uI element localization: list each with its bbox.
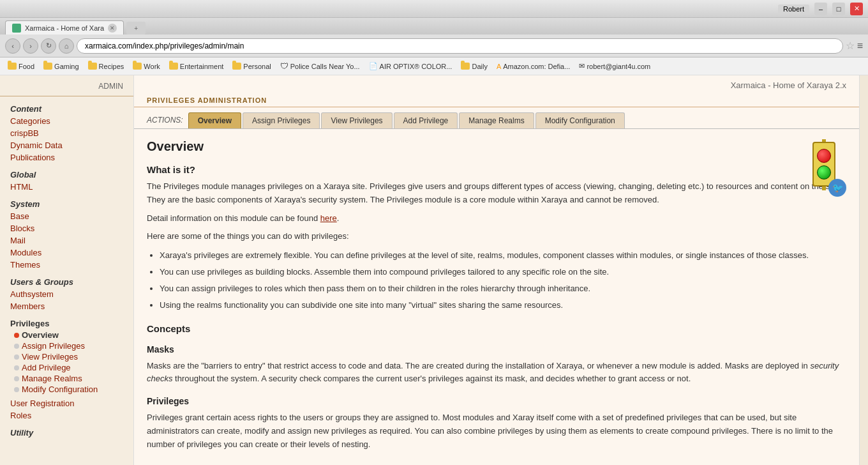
- overview-content: 🐦 Overview What is it? The Privileges mo…: [134, 129, 859, 465]
- sidebar-item-crispbb[interactable]: crispBB: [0, 127, 133, 139]
- system-section: System Base Blocks Mail Modules Themes: [0, 195, 133, 271]
- tab-bar: Xarmaica - Home of Xara ✕ +: [0, 18, 868, 34]
- bullet-item-2: You can use privileges as building block…: [160, 265, 846, 279]
- browser-menu-icon[interactable]: ≡: [857, 40, 863, 52]
- detail-text: Detail information on this module can be…: [147, 212, 846, 225]
- titlebar-right: Robert – □ ✕: [778, 3, 863, 15]
- folder-icon: [8, 63, 17, 70]
- tab-close-icon[interactable]: ✕: [108, 24, 117, 33]
- sidebar-item-dynamic-data[interactable]: Dynamic Data: [0, 139, 133, 151]
- bookmark-label: AIR OPTIX® COLOR...: [380, 63, 453, 70]
- bookmark-gaming[interactable]: Gaming: [41, 61, 82, 72]
- forward-button[interactable]: ›: [23, 38, 38, 54]
- sidebar-item-assign[interactable]: Assign Privileges: [0, 340, 133, 351]
- sidebar-item-blocks[interactable]: Blocks: [0, 222, 133, 234]
- users-groups-section: Users & Groups Authsystem Members: [0, 273, 133, 312]
- sidebar-item-manage-realms[interactable]: Manage Realms: [0, 373, 133, 384]
- sidebar-item-overview[interactable]: Overview: [0, 330, 133, 340]
- tab-assign[interactable]: Assign Privileges: [243, 112, 320, 128]
- users-groups-header: Users & Groups: [0, 273, 133, 288]
- bookmark-personal[interactable]: Personal: [230, 61, 273, 72]
- bookmark-police[interactable]: 🛡 Police Calls Near Yo...: [278, 60, 363, 72]
- inactive-bullet-icon: [14, 344, 19, 349]
- back-button[interactable]: ‹: [5, 38, 20, 54]
- bookmark-amazon[interactable]: A Amazon.com: Defia...: [494, 61, 573, 72]
- bookmark-icon: 📄: [369, 62, 378, 70]
- sidebar-item-mail[interactable]: Mail: [0, 234, 133, 247]
- bookmark-daily[interactable]: Daily: [458, 61, 490, 72]
- priv-link-view[interactable]: View Privileges: [22, 352, 78, 362]
- utility-section: Utility: [0, 424, 133, 439]
- tab-overview[interactable]: Overview: [188, 112, 241, 128]
- bookmark-robert[interactable]: ✉ robert@giant4u.com: [576, 61, 653, 72]
- sidebar-item-html[interactable]: HTML: [0, 181, 133, 193]
- traffic-light-pole: [822, 139, 826, 190]
- bookmark-label: Work: [144, 63, 160, 70]
- page-wrapper: ADMIN Content Categories crispBB Dynamic…: [0, 75, 868, 465]
- new-tab-button[interactable]: +: [126, 22, 146, 34]
- bookmark-label: robert@giant4u.com: [587, 63, 650, 70]
- tab-add[interactable]: Add Privilege: [394, 112, 458, 128]
- sidebar-item-categories[interactable]: Categories: [0, 115, 133, 127]
- priv-link-add[interactable]: Add Privilege: [22, 363, 71, 372]
- bookmark-entertainment[interactable]: Entertainment: [167, 61, 226, 72]
- priv-link-manage-realms[interactable]: Manage Realms: [22, 374, 82, 383]
- priv-link-overview[interactable]: Overview: [22, 330, 59, 340]
- sidebar-item-view[interactable]: View Privileges: [0, 351, 133, 362]
- home-button[interactable]: ⌂: [59, 38, 74, 54]
- sidebar-item-authsystem[interactable]: Authsystem: [0, 288, 133, 300]
- content-header: Content: [0, 100, 133, 115]
- bookmark-recipes[interactable]: Recipes: [86, 61, 127, 72]
- bookmark-food[interactable]: Food: [5, 61, 37, 72]
- sidebar-item-add[interactable]: Add Privilege: [0, 362, 133, 373]
- sidebar-item-publications[interactable]: Publications: [0, 151, 133, 164]
- browser-tab[interactable]: Xarmaica - Home of Xara ✕: [5, 20, 124, 34]
- sidebar-item-modify-config[interactable]: Modify Configuration: [0, 384, 133, 395]
- maximize-button[interactable]: □: [832, 3, 845, 15]
- bookmark-label: Entertainment: [180, 63, 223, 70]
- scrollbar-track[interactable]: [859, 75, 868, 465]
- bookmark-label: Police Calls Near Yo...: [290, 63, 360, 70]
- traffic-light-red: [817, 149, 831, 163]
- sidebar-item-themes[interactable]: Themes: [0, 259, 133, 271]
- sidebar-item-base[interactable]: Base: [0, 210, 133, 222]
- sidebar: ADMIN Content Categories crispBB Dynamic…: [0, 75, 134, 465]
- refresh-button[interactable]: ↻: [41, 38, 56, 54]
- sidebar-item-members[interactable]: Members: [0, 300, 133, 312]
- folder-icon: [232, 63, 241, 70]
- page-branding: Xarmaica - Home of Xaraya 2.x: [134, 75, 859, 93]
- browser-controls: ‹ › ↻ ⌂ ☆ ≡: [0, 34, 868, 57]
- close-button[interactable]: ✕: [850, 3, 863, 15]
- bookmark-label: Amazon.com: Defia...: [503, 63, 570, 70]
- bookmark-icon: 🛡: [280, 61, 288, 71]
- tab-modify[interactable]: Modify Configuration: [535, 112, 625, 128]
- sidebar-item-roles[interactable]: Roles: [0, 409, 133, 422]
- bookmark-label: Personal: [243, 63, 271, 70]
- sidebar-item-modules[interactable]: Modules: [0, 247, 133, 259]
- here-link[interactable]: here: [320, 213, 337, 223]
- minimize-button[interactable]: –: [814, 3, 827, 15]
- bookmark-air-optix[interactable]: 📄 AIR OPTIX® COLOR...: [366, 61, 455, 72]
- tab-view[interactable]: View Privileges: [321, 112, 392, 128]
- priv-link-modify-config[interactable]: Modify Configuration: [22, 385, 98, 394]
- bullet-list: Xaraya's privileges are extremely flexib…: [160, 248, 846, 312]
- utility-header: Utility: [0, 424, 133, 439]
- address-bar[interactable]: [77, 38, 843, 54]
- privileges-text: Privileges grant certain acess rights to…: [147, 411, 846, 451]
- priv-link-assign[interactable]: Assign Privileges: [22, 341, 85, 351]
- things-heading-text: Here are some of the things you can do w…: [147, 230, 846, 243]
- admin-label: ADMIN: [0, 82, 133, 96]
- bookmark-icon: ✉: [579, 62, 585, 70]
- bookmark-work[interactable]: Work: [130, 61, 162, 72]
- folder-icon: [88, 63, 97, 70]
- what-is-it-text: The Privileges module manages privileges…: [147, 180, 846, 207]
- concepts-heading: Concepts: [147, 323, 846, 334]
- sidebar-item-user-registration[interactable]: User Registration: [0, 397, 133, 409]
- bullet-item-1: Xaraya's privileges are extremely flexib…: [160, 248, 846, 263]
- traffic-light-decoration: 🐦: [802, 139, 846, 197]
- system-header: System: [0, 195, 133, 210]
- masks-text: Masks are the "barriers to entry" that r…: [147, 360, 846, 386]
- privileges-section: Privileges Overview Assign Privileges Vi…: [0, 316, 133, 422]
- tab-manage[interactable]: Manage Realms: [459, 112, 534, 128]
- bookmark-star-icon[interactable]: ☆: [846, 40, 855, 52]
